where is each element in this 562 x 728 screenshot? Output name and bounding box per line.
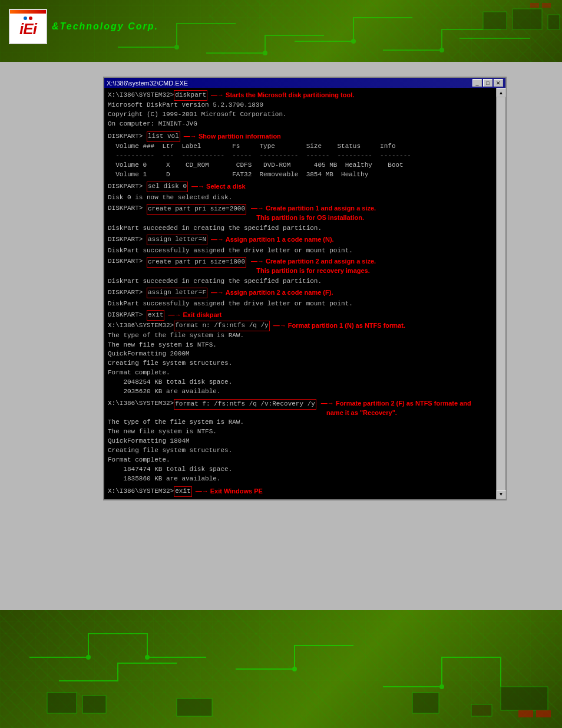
highlight-createpart2: create part pri size=1800 [147,257,246,268]
logo-brand: &Technology Corp. [52,21,158,32]
highlight-formatF: format f: /fs:ntfs /q /v:Recovery /y [174,399,316,410]
cmd-line-assignN: DISKPART> assign letter=N —→ Assign part… [108,235,492,245]
svg-point-12 [439,684,444,689]
highlight-formatN: format n: /fs:ntfs /q /y [174,321,269,331]
scrollbar-up-button[interactable]: ▲ [497,88,506,97]
scrollbar-down-button[interactable]: ▼ [497,490,506,499]
vol-table-header: Volume ### Ltr Label Fs Type Size Status… [108,142,492,151]
cmd-line-createpart2: DISKPART> create part pri size=1800 —→ C… [108,257,492,276]
assignN-result: DiskPart successfully assigned the drive… [108,246,492,256]
diskpart-version: Microsoft DiskPart version 5.2.3790.1830 [108,101,492,110]
annotation-diskpart: —→ Starts the Microsoft disk partitionin… [211,91,354,100]
prompt-assignN: DISKPART> [108,235,147,245]
cmd-line-exit-winpe: X:\I386\SYSTEM32>exit —→ Exit Windows PE [108,486,492,497]
highlight-assignF: assign letter=F [147,288,207,298]
prompt-assignF: DISKPART> [108,288,147,298]
cmd-line-formatN: X:\I386\SYSTEM32>format n: /fs:ntfs /q /… [108,321,492,331]
createpart1-result: DiskPart succeeded in creating the speci… [108,224,492,233]
cmd-line-exit-diskpart: DISKPART> exit —→ Exit diskpart [108,310,492,321]
prompt-listvol: DISKPART> [108,132,147,141]
svg-point-2 [351,39,356,44]
svg-point-9 [86,655,91,660]
svg-rect-4 [483,12,507,29]
cmd-body-wrapper: X:\I386\SYSTEM32>diskpart —→ Starts the … [103,88,507,500]
svg-rect-18 [518,710,533,717]
highlight-assignN: assign letter=N [147,235,207,245]
prompt-seldisk: DISKPART> [108,182,147,192]
svg-rect-13 [47,693,77,713]
formatN-2: The new file system is NTFS. [108,341,492,350]
formatF-3: QuickFormatting 1804M [108,437,492,446]
highlight-createpart1: create part pri size=2000 [147,204,246,215]
cmd-window-buttons: _ □ ✕ [472,79,503,87]
svg-rect-15 [177,699,212,716]
maximize-button[interactable]: □ [483,79,492,87]
vol-row-1: Volume 1 D FAT32 Removeable 3854 MB Heal… [108,170,492,180]
formatF-6: 1847474 KB total disk space. [108,465,492,475]
prompt-1: X:\I386\SYSTEM32> [108,91,174,100]
diskpart-copyright: Copyright (C) 1999-2001 Microsoft Corpor… [108,110,492,120]
annotation-assignN: —→ Assign partition 1 a code name (N). [211,235,334,245]
createpart2-result: DiskPart succeeded in creating the speci… [108,277,492,286]
highlight-exit-diskpart: exit [147,310,164,321]
formatN-4: Creating file system structures. [108,359,492,368]
svg-point-1 [263,51,267,55]
annotation-formatF: —→ Formate partition 2 (F) as NTFS forma… [321,399,471,418]
prompt-exit-winpe: X:\I386\SYSTEM32> [108,487,174,496]
annotation-exit-diskpart: —→ Exit diskpart [168,311,222,320]
svg-rect-19 [536,710,551,717]
annotation-listvol: —→ Show partition information [184,132,281,141]
logo-text: &Technology Corp. [52,21,158,32]
close-button[interactable]: ✕ [494,79,503,87]
formatN-5: Format complete. [108,368,492,378]
svg-rect-6 [548,15,560,29]
prompt-formatN: X:\I386\SYSTEM32> [108,321,174,331]
annotation-formatN: —→ Format partition 1 (N) as NTFS format… [273,321,405,331]
cmd-titlebar: X:\I386\system32\CMD.EXE _ □ ✕ [103,77,507,88]
svg-point-11 [292,667,297,671]
annotation-createpart2: —→ Create partition 2 and assign a size.… [251,257,376,276]
svg-rect-7 [530,3,539,8]
svg-rect-14 [82,696,106,713]
annotation-createpart1: —→ Create partition 1 and assign a size.… [251,204,376,223]
cmd-window: X:\I386\system32\CMD.EXE _ □ ✕ X:\I386\S… [103,77,507,500]
svg-point-3 [439,48,444,52]
formatF-4: Creating file system structures. [108,446,492,456]
formatN-3: QuickFormatting 2000M [108,350,492,359]
formatN-1: The type of the file system is RAW. [108,331,492,341]
highlight-seldisk: sel disk 0 [147,182,188,192]
vol-row-0: Volume 0 X CD_ROM CDFS DVD-ROM 405 MB He… [108,161,492,170]
formatF-2: The new file system is NTFS. [108,427,492,437]
cmd-line-formatF: X:\I386\SYSTEM32>format f: /fs:ntfs /q /… [108,399,492,418]
prompt-createpart2: DISKPART> [108,257,147,266]
svg-rect-17 [501,687,548,710]
svg-rect-5 [513,9,542,29]
assignF-result: DiskPart successfully assigned the drive… [108,299,492,309]
pcb-background-bottom [0,610,562,728]
formatF-5: Format complete. [108,456,492,465]
annotation-assignF: —→ Assign partition 2 a code name (F). [211,288,333,298]
svg-rect-8 [542,3,551,8]
highlight-diskpart: diskpart [174,90,207,101]
svg-point-0 [174,45,179,50]
annotation-exit-winpe: —→ Exit Windows PE [196,487,263,496]
formatN-6: 2048254 KB total disk space. [108,378,492,387]
formatF-1: The type of the file system is RAW. [108,418,492,427]
disk-selected: Disk 0 is now the selected disk. [108,193,492,203]
cmd-line-seldisk: DISKPART> sel disk 0 —→ Select a disk [108,182,492,192]
cmd-scrollbar[interactable]: ▲ ▼ [496,88,505,499]
svg-point-10 [145,655,150,660]
formatN-7: 2035620 KB are available. [108,387,492,397]
prompt-formatF: X:\I386\SYSTEM32> [108,399,174,409]
logo-area: iEi &Technology Corp. [9,9,158,44]
svg-rect-16 [412,693,439,713]
formatF-7: 1835860 KB are available. [108,475,492,484]
cmd-line-listvol: DISKPART> list vol —→ Show partition inf… [108,131,492,142]
cmd-title: X:\I386\system32\CMD.EXE [107,80,188,87]
prompt-createpart1: DISKPART> [108,204,147,213]
cmd-line-assignF: DISKPART> assign letter=F —→ Assign part… [108,288,492,298]
cmd-terminal: X:\I386\SYSTEM32>diskpart —→ Starts the … [104,88,496,499]
minimize-button[interactable]: _ [472,79,482,87]
cmd-line-diskpart: X:\I386\SYSTEM32>diskpart —→ Starts the … [108,90,492,101]
prompt-exit-diskpart: DISKPART> [108,311,147,320]
